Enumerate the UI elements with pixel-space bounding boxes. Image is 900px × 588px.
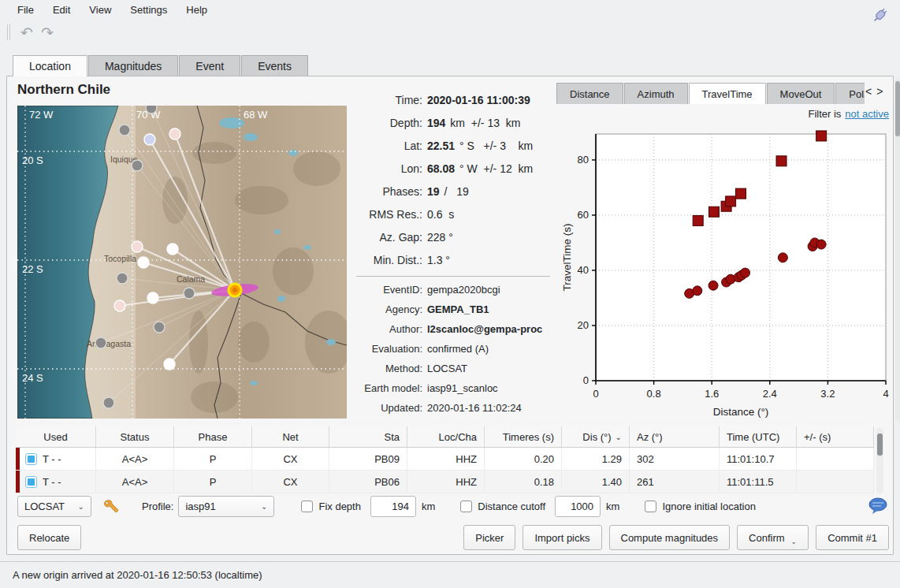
data-point-square[interactable] (726, 196, 736, 207)
plot-tab-polar[interactable]: Polar (835, 83, 865, 104)
station-marker-gray[interactable] (146, 106, 157, 114)
used-checkbox[interactable] (25, 453, 37, 465)
data-point-circle[interactable] (693, 286, 702, 296)
origin-row-suffix: ° W +/- 12 km (459, 162, 533, 175)
ignore-initial-location-label: Ignore initial location (662, 501, 756, 512)
data-point-circle[interactable] (816, 240, 826, 249)
traveltime-plot[interactable]: 00.81.62.43.24020406080Distance (°)Trave… (560, 125, 894, 424)
station-marker-pink[interactable] (114, 300, 125, 311)
origin-meta-row: Agency:GEMPA_TB1 (351, 300, 550, 319)
confirm-button[interactable]: Confirm⌄ (737, 525, 809, 550)
col-header-time-utc-[interactable]: Time (UTC) (720, 426, 797, 447)
used-cell: T - - (16, 448, 96, 470)
data-point-square[interactable] (736, 188, 746, 199)
cutoff-input[interactable] (555, 496, 601, 517)
ignore-initial-location-checkbox[interactable] (645, 501, 656, 512)
menu-help[interactable]: Help (178, 2, 215, 18)
col-header-net[interactable]: Net (252, 426, 329, 447)
origin-meta-row: Method:LOCSAT (351, 359, 550, 378)
tab-events[interactable]: Events (241, 55, 308, 76)
epicenter-center (232, 288, 237, 292)
plot-tab-traveltime[interactable]: TravelTime (689, 83, 766, 104)
origin-row-label: Time: (351, 94, 422, 106)
data-point-circle[interactable] (778, 253, 787, 262)
tab-magnitudes[interactable]: Magnitudes (88, 55, 178, 76)
redo-arrow-icon[interactable]: ↷ (37, 22, 58, 43)
plot-tab-distance[interactable]: Distance (556, 83, 623, 104)
menu-file[interactable]: File (9, 2, 42, 18)
tab-scroll-left-icon[interactable]: < (865, 85, 872, 98)
station-marker-white[interactable] (164, 359, 175, 370)
col-header-timeres-s-[interactable]: Timeres (s) (485, 426, 562, 447)
origin-meta-label: Author: (351, 323, 422, 335)
relocate-button[interactable]: Relocate (17, 525, 81, 550)
data-point-circle[interactable] (741, 268, 750, 277)
distance-cutoff-checkbox[interactable] (460, 501, 472, 512)
picker-button[interactable]: Picker (463, 525, 515, 550)
station-marker-gray[interactable] (132, 160, 143, 171)
menu-view[interactable]: View (81, 2, 119, 18)
data-point-square[interactable] (816, 131, 827, 141)
comment-bubble-icon[interactable] (868, 497, 889, 515)
undo-arrow-icon[interactable]: ↶ (17, 22, 37, 43)
commit-button[interactable]: Commit #1 (816, 525, 889, 550)
checkbox-mark (28, 456, 35, 463)
database-connection-icon[interactable] (870, 6, 889, 25)
tab-event[interactable]: Event (179, 55, 240, 76)
station-marker-pink[interactable] (132, 241, 143, 252)
station-marker-white[interactable] (138, 257, 149, 268)
col-header-used[interactable]: Used (16, 426, 96, 447)
station-marker-gray[interactable] (184, 288, 195, 299)
station-marker-gray[interactable] (117, 273, 128, 284)
locator-select[interactable]: LOCSAT⌄ (17, 496, 91, 517)
cell-dis-: 1.29 (562, 448, 630, 470)
col-header-status[interactable]: Status (96, 426, 174, 447)
compute-magnitudes-button[interactable]: Compute magnitudes (609, 525, 731, 550)
data-point-square[interactable] (693, 215, 703, 225)
depth-input[interactable] (370, 496, 416, 517)
table-scrollbar[interactable] (876, 428, 883, 493)
col-header--s-[interactable]: +/- (s) (797, 426, 874, 447)
station-marker-gray[interactable] (119, 125, 130, 136)
col-header-sta[interactable]: Sta (329, 426, 407, 447)
station-marker-gray[interactable] (103, 397, 114, 408)
cell-time-utc-: 11:01:10.7 (720, 448, 797, 470)
import-picks-button[interactable]: Import picks (523, 525, 601, 550)
origin-meta-label: Updated: (351, 402, 422, 414)
data-point-square[interactable] (776, 156, 787, 166)
station-marker-pink[interactable] (169, 128, 180, 140)
location-map[interactable]: 72 W70 W68 W20 S22 S24 SIquiqueTocopilla… (17, 106, 347, 419)
table-row[interactable]: T - -A<A>PCXPB09HHZ0.201.2930211:01:10.7 (16, 448, 874, 471)
station-marker-gray[interactable] (154, 322, 165, 333)
data-point-circle[interactable] (708, 281, 718, 290)
menu-edit[interactable]: Edit (45, 2, 78, 18)
city-label: Antofagasta (87, 339, 131, 348)
col-header-az-[interactable]: Az (°) (630, 426, 720, 447)
col-header-dis-[interactable]: Dis (°)⌄ (562, 426, 630, 447)
filter-link[interactable]: not active (845, 108, 889, 120)
station-marker-gray[interactable] (95, 337, 106, 348)
tab-location[interactable]: Location (13, 55, 87, 76)
profile-select[interactable]: iasp91⌄ (178, 496, 274, 517)
menu-settings[interactable]: Settings (122, 2, 175, 18)
plot-panel-scrollbar[interactable] (895, 79, 900, 422)
fix-depth-checkbox[interactable] (301, 501, 313, 512)
plot-tab-moveout[interactable]: MoveOut (767, 83, 835, 104)
station-marker-white[interactable] (147, 292, 158, 303)
toolbar-handle[interactable] (7, 24, 10, 40)
origin-meta-row: Earth model:iasp91_scanloc (351, 378, 550, 398)
used-checkbox[interactable] (25, 476, 37, 488)
map-parallel-label: 20 S (22, 154, 43, 166)
plot-tab-azimuth[interactable]: Azimuth (624, 83, 688, 104)
tab-scroll-right-icon[interactable]: > (876, 85, 883, 98)
table-row[interactable]: T - -A<A>PCXPB06HHZ0.181.4026111:01:11.5 (16, 471, 874, 493)
col-header-phase[interactable]: Phase (174, 426, 252, 447)
data-point-square[interactable] (708, 207, 719, 217)
x-tick-label: 4 (883, 388, 888, 400)
col-header-loc-cha[interactable]: Loc/Cha (407, 426, 485, 447)
station-marker-white[interactable] (167, 244, 178, 255)
arrivals-table: UsedStatusPhaseNetStaLoc/ChaTimeres (s)D… (16, 426, 874, 493)
station-marker-lavender[interactable] (144, 134, 155, 145)
locator-settings-wrench-icon[interactable] (102, 497, 120, 515)
table-header-row: UsedStatusPhaseNetStaLoc/ChaTimeres (s)D… (16, 426, 874, 448)
